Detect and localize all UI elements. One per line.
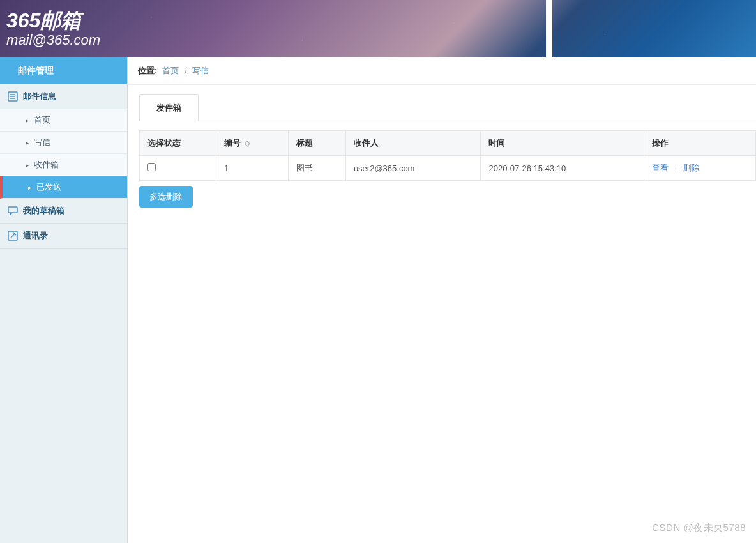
chevron-right-icon: › (184, 66, 186, 76)
list-box-icon (8, 91, 18, 102)
breadcrumb: 位置: 首页 › 写信 (128, 57, 756, 85)
multi-delete-button[interactable]: 多选删除 (139, 186, 193, 208)
action-delete[interactable]: 删除 (683, 163, 700, 172)
cell-title: 图书 (289, 156, 345, 181)
submenu-item-compose[interactable]: 写信 (0, 132, 127, 154)
watermark: CSDN @夜未央5788 (652, 522, 746, 534)
svg-rect-4 (8, 207, 17, 213)
table-header-select: 选择状态 (140, 131, 216, 156)
menu-item-label: 通讯录 (23, 230, 48, 241)
action-view[interactable]: 查看 (652, 163, 669, 172)
layout: 邮件管理 邮件信息 首页 写信 收件箱 已发送 我的草稿箱 通讯录 (0, 57, 756, 543)
table-header-recipient: 收件人 (345, 131, 481, 156)
chat-icon (8, 206, 18, 216)
submenu-item-inbox[interactable]: 收件箱 (0, 154, 127, 176)
action-sep: | (675, 163, 677, 172)
submenu-item-label: 写信 (34, 137, 50, 148)
table-header-time: 时间 (481, 131, 644, 156)
tabs: 发件箱 (139, 94, 756, 121)
cell-select (140, 156, 216, 181)
content-area: 发件箱 选择状态 编号 ◇ 标题 收件人 时间 操作 (128, 85, 756, 208)
brand-subtitle: mail@365.com (6, 33, 100, 48)
menu-item-label: 我的草稿箱 (23, 205, 64, 217)
tab-outbox[interactable]: 发件箱 (139, 94, 199, 121)
submenu-mail-info: 首页 写信 收件箱 已发送 (0, 109, 127, 199)
cell-id: 1 (216, 156, 289, 181)
table-header-row: 选择状态 编号 ◇ 标题 收件人 时间 操作 (140, 131, 756, 156)
brand-title: 365邮箱 (6, 10, 100, 32)
sort-icon: ◇ (245, 139, 250, 147)
header-banner: 365邮箱 mail@365.com (0, 0, 756, 57)
sidebar-section-title: 邮件管理 (0, 57, 127, 84)
submenu-item-label: 首页 (34, 114, 50, 126)
edit-icon (8, 231, 18, 241)
cell-action: 查看 | 删除 (644, 156, 756, 181)
table-header-title: 标题 (289, 131, 345, 156)
sidebar: 邮件管理 邮件信息 首页 写信 收件箱 已发送 我的草稿箱 通讯录 (0, 57, 128, 543)
menu-item-label: 邮件信息 (23, 91, 56, 102)
table-row: 1 图书 user2@365.com 2020-07-26 15:43:10 查… (140, 156, 756, 181)
table-header-action: 操作 (644, 131, 756, 156)
submenu-item-home[interactable]: 首页 (0, 109, 127, 132)
submenu-item-label: 收件箱 (34, 159, 59, 171)
menu-item-mail-info[interactable]: 邮件信息 (0, 84, 127, 109)
cell-recipient: user2@365.com (345, 156, 481, 181)
breadcrumb-link-home[interactable]: 首页 (162, 65, 179, 77)
submenu-item-label: 已发送 (36, 181, 61, 193)
row-checkbox[interactable] (147, 163, 156, 171)
submenu-item-sent[interactable]: 已发送 (0, 176, 127, 199)
main-content: 位置: 首页 › 写信 发件箱 选择状态 编号 ◇ 标题 收件 (128, 57, 756, 543)
menu-item-contacts[interactable]: 通讯录 (0, 224, 127, 249)
mail-table: 选择状态 编号 ◇ 标题 收件人 时间 操作 (139, 130, 756, 181)
brand: 365邮箱 mail@365.com (6, 10, 100, 47)
breadcrumb-link-compose[interactable]: 写信 (192, 65, 209, 77)
breadcrumb-label: 位置: (138, 65, 157, 77)
table-header-id[interactable]: 编号 ◇ (216, 131, 289, 156)
cell-time: 2020-07-26 15:43:10 (481, 156, 644, 181)
table-header-id-label: 编号 (224, 138, 241, 148)
menu-item-drafts[interactable]: 我的草稿箱 (0, 199, 127, 224)
header-gap (546, 0, 552, 57)
